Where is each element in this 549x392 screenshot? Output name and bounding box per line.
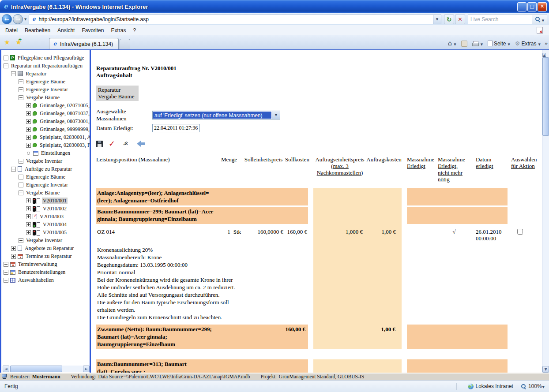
- tree-item[interactable]: Einstellungen: [1, 149, 90, 157]
- expand-icon[interactable]: [26, 119, 31, 124]
- tree-item[interactable]: V2010/004: [1, 220, 90, 228]
- search-button[interactable]: [532, 15, 547, 24]
- col-header-leistungsposition[interactable]: Leistungsposition (Massnahme): [96, 156, 216, 183]
- favorites-button[interactable]: [2, 37, 12, 48]
- col-header-massnahme-erledigt[interactable]: Massnahme Erledigt: [407, 156, 438, 183]
- tree-item[interactable]: Terminverwaltung: [1, 260, 90, 268]
- maximize-button[interactable]: [527, 2, 537, 11]
- forward-button[interactable]: [13, 14, 23, 24]
- col-header-auftragseinheitspreis[interactable]: Auftragseinheitspreis (max. 3 Nachkommas…: [313, 156, 366, 183]
- new-tab-stub[interactable]: [120, 39, 130, 49]
- expand-icon[interactable]: [26, 206, 31, 211]
- tree-item[interactable]: Eigenregie Inventar: [1, 86, 90, 93]
- tree-item[interactable]: Angebote zu Reparatur: [1, 244, 90, 252]
- collapse-icon[interactable]: [11, 167, 16, 172]
- col-header-datum-erledigt[interactable]: Datum erledigt: [470, 156, 508, 183]
- expand-icon[interactable]: [19, 238, 23, 243]
- tree-item[interactable]: Vergabe Inventar: [1, 236, 90, 244]
- datum-erledigt-input[interactable]: [152, 124, 200, 132]
- expand-icon[interactable]: [4, 270, 8, 275]
- tree-item[interactable]: V2010/002: [1, 205, 90, 213]
- col-header-menge[interactable]: Menge: [216, 156, 242, 183]
- history-dropdown-icon[interactable]: [23, 17, 28, 22]
- expand-icon[interactable]: [11, 254, 16, 259]
- tree-item[interactable]: Benutzereinstellungen: [1, 268, 90, 276]
- expand-icon[interactable]: [19, 175, 23, 179]
- set-check-icon[interactable]: [109, 140, 117, 148]
- live-search-box[interactable]: [468, 15, 532, 24]
- expand-icon[interactable]: [26, 198, 31, 203]
- tree-item[interactable]: Pflegepläne und Pflegeaufträge: [1, 54, 90, 62]
- sidebar-horizontal-scrollbar[interactable]: ◄ ►: [3, 366, 90, 372]
- menu-item-0[interactable]: Datei: [2, 26, 21, 35]
- massnahmen-select[interactable]: auf 'Erledigt' setzen (nur offene Massna…: [152, 111, 280, 119]
- tools-menu-button[interactable]: Extras: [513, 40, 542, 48]
- tree-item[interactable]: Termine zu Reparatur: [1, 252, 90, 260]
- aktion-checkbox[interactable]: [517, 229, 523, 235]
- collapse-icon[interactable]: [19, 190, 23, 195]
- expand-icon[interactable]: [26, 214, 31, 219]
- address-dropdown-icon[interactable]: [433, 15, 441, 24]
- add-favorite-button[interactable]: [13, 37, 24, 48]
- feeds-button[interactable]: [459, 40, 469, 48]
- tree-item[interactable]: V2010/003: [1, 213, 90, 220]
- tree-item[interactable]: Auswahltabellen: [1, 276, 90, 284]
- expand-icon[interactable]: [26, 222, 31, 227]
- tree-item[interactable]: V2010/001: [1, 197, 90, 205]
- select-dropdown-icon[interactable]: [272, 111, 280, 119]
- save-icon[interactable]: [96, 141, 103, 147]
- scroll-right-icon[interactable]: ►: [83, 366, 90, 372]
- collapse-icon[interactable]: [11, 71, 16, 76]
- tree-item[interactable]: Vergabe Inventar: [1, 157, 90, 165]
- col-header-massnahme-erledigt-nicht-noetig[interactable]: Massnahme Erledigt, nicht mehr nötig: [438, 156, 470, 183]
- scrollbar-thumb[interactable]: [542, 57, 549, 136]
- expand-icon[interactable]: [26, 127, 31, 132]
- expand-icon[interactable]: [26, 111, 31, 116]
- expand-icon[interactable]: [26, 143, 31, 148]
- expand-icon[interactable]: [26, 230, 31, 235]
- url-text[interactable]: http://europa2/infravergabe/login/Starts…: [38, 16, 433, 22]
- expand-icon[interactable]: [19, 87, 23, 92]
- expand-icon[interactable]: [19, 183, 23, 187]
- tree-item[interactable]: Eigenregie Inventar: [1, 181, 90, 189]
- col-header-solleinheitspreis[interactable]: Solleinheitspreis: [242, 156, 285, 183]
- col-header-auftragskosten[interactable]: Auftragskosten: [366, 156, 402, 183]
- expand-icon[interactable]: [26, 103, 31, 108]
- collapse-icon[interactable]: [19, 95, 23, 100]
- minimize-button[interactable]: [517, 2, 526, 11]
- tree-item[interactable]: Vergabe Bäume: [1, 93, 90, 101]
- home-button[interactable]: [446, 39, 458, 48]
- tree-item[interactable]: V2010/005: [1, 228, 90, 236]
- tree-item[interactable]: Reparatur mit Reparaturaufträgen: [1, 62, 90, 70]
- expand-icon[interactable]: [4, 278, 8, 283]
- zoom-level-text[interactable]: 100%: [528, 383, 542, 389]
- tree-item[interactable]: Eigenregie Bäume: [1, 78, 90, 86]
- expand-icon[interactable]: [4, 262, 8, 267]
- scroll-down-icon[interactable]: ▼: [542, 366, 549, 373]
- col-header-sollkosten[interactable]: Sollkosten: [285, 156, 308, 183]
- menu-item-4[interactable]: Extras: [107, 26, 129, 35]
- stop-button[interactable]: [455, 15, 465, 24]
- addon-icon[interactable]: [537, 27, 543, 34]
- search-input[interactable]: [468, 16, 532, 22]
- close-button[interactable]: [538, 2, 547, 11]
- col-header-auswaehlen[interactable]: Auswählen für Aktion: [511, 156, 540, 183]
- tree-item[interactable]: Reparatur: [1, 70, 90, 78]
- tree-item[interactable]: Spielplatz, 02030001, Aldinger Tor: [1, 133, 90, 141]
- scrollbar-thumb[interactable]: [10, 366, 62, 372]
- refresh-button[interactable]: [444, 15, 454, 24]
- tree-item[interactable]: Grünanlage, 08073001, L 1140 v.Brünner: [1, 117, 90, 125]
- tree-item[interactable]: Aufträge zu Reparatur: [1, 165, 90, 173]
- menu-item-2[interactable]: Ansicht: [54, 26, 78, 35]
- menu-item-5[interactable]: ?: [129, 26, 139, 35]
- back-icon[interactable]: [137, 141, 145, 147]
- scroll-left-icon[interactable]: ◄: [3, 366, 9, 372]
- back-button[interactable]: [2, 14, 12, 24]
- address-field[interactable]: http://europa2/infravergabe/login/Starts…: [29, 15, 441, 24]
- expand-icon[interactable]: [4, 56, 8, 60]
- expand-icon[interactable]: [19, 159, 23, 164]
- page-menu-button[interactable]: Seite: [486, 40, 512, 48]
- collapse-icon[interactable]: [4, 63, 8, 68]
- tree-item[interactable]: Grünanlage, 02071005, Bebenhäuserstr.: [1, 101, 90, 109]
- tab-infravergabe[interactable]: InfraVergabe (6.1.134): [49, 38, 119, 49]
